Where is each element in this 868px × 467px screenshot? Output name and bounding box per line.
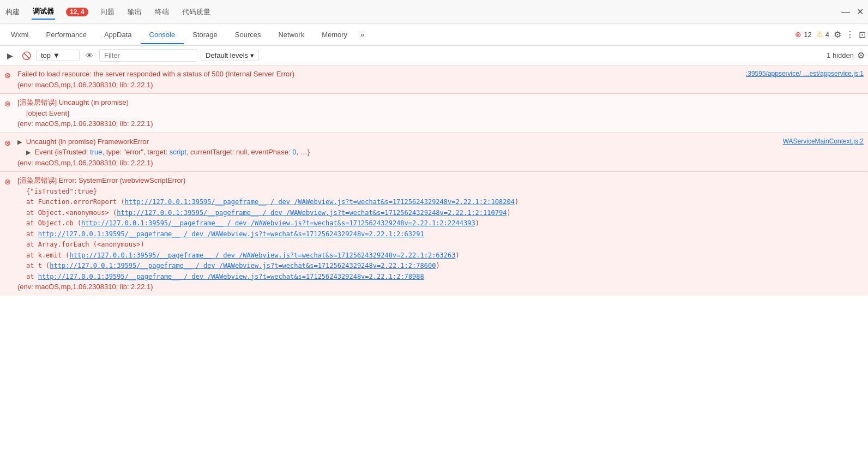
more-options-icon[interactable]: ⋮: [846, 29, 854, 40]
context-dropdown-arrow: ▼: [53, 51, 60, 59]
error-message: [渲染层错误] Uncaught (in promise): [17, 98, 129, 106]
log-entry: ⊗ ▶ Uncaught (in promise) FrameworkError…: [0, 133, 868, 172]
stack-line: at Object.<anonymous> (http://127.0.0.1:…: [26, 209, 511, 217]
console-content: ⊗ Failed to load resource: the server re…: [0, 65, 868, 467]
log-entry: ⊗ [渲染层错误] Error: SystemError (webviewScr…: [0, 172, 868, 296]
window-controls: — ✕: [841, 7, 864, 17]
tab-sources[interactable]: Sources: [226, 26, 270, 44]
console-settings-icon[interactable]: ⚙: [857, 50, 865, 61]
error-source-link[interactable]: WAServiceMainContext.js:2: [783, 136, 864, 146]
stack-link[interactable]: http://127.0.0.1:39595/__pageframe__ / d…: [69, 252, 455, 259]
log-levels-label: Default levels: [206, 51, 248, 59]
clear-button[interactable]: 🚫: [20, 49, 33, 62]
error-message: Uncaught (in promise) FrameworkError: [26, 137, 149, 146]
log-levels-selector[interactable]: Default levels ▾: [201, 50, 259, 61]
log-levels-arrow: ▾: [250, 51, 254, 59]
error-circle-icon: ⊗: [795, 30, 801, 39]
event-expand-icon[interactable]: ▶: [26, 149, 31, 155]
stack-line: at k.emit (http://127.0.0.1:39595/__page…: [26, 252, 460, 259]
settings-icon[interactable]: ⚙: [834, 29, 841, 40]
debugger-badge: 12, 4: [66, 8, 88, 16]
tab-appdata[interactable]: AppData: [95, 26, 141, 44]
stack-link[interactable]: http://127.0.0.1:39595/__pageframe__ / d…: [38, 230, 424, 238]
env-info: (env: macOS,mp,1.06.2308310; lib: 2.22.1…: [17, 119, 153, 128]
eye-button[interactable]: 👁: [83, 49, 96, 62]
toolbar-code-quality[interactable]: 代码质量: [181, 5, 212, 19]
execute-icon: ▶: [7, 51, 13, 60]
top-toolbar: 构建 调试器 12, 4 问题 输出 终端 代码质量 — ✕: [0, 0, 868, 24]
execute-button[interactable]: ▶: [3, 49, 16, 62]
hidden-count: 1 hidden: [827, 51, 854, 59]
stack-line: at t (http://127.0.0.1:39595/__pageframe…: [26, 262, 440, 270]
script-keyword: script: [170, 148, 186, 156]
console-toolbar: ▶ 🚫 top ▼ 👁 Default levels ▾ 1 hidden ⚙: [0, 46, 868, 65]
log-entry: ⊗ [渲染层错误] Uncaught (in promise) [object …: [0, 94, 868, 133]
tab-more-button[interactable]: »: [356, 28, 369, 41]
warn-count: 4: [825, 31, 829, 39]
warning-triangle-icon: ⚠: [816, 30, 823, 39]
error-count: 12: [804, 31, 811, 39]
event-detail: ▶ Event {isTrusted: true, type: "error",…: [26, 148, 310, 156]
tab-performance[interactable]: Performance: [38, 26, 95, 44]
log-entry: ⊗ Failed to load resource: the server re…: [0, 65, 868, 94]
stack-link[interactable]: http://127.0.0.1:39595/__pageframe__ / d…: [38, 273, 424, 280]
tab-right-area: ⊗ 12 ⚠ 4 ⚙ ⋮ ⊡: [795, 29, 866, 40]
stack-link[interactable]: http://127.0.0.1:39595/__pageframe__ / d…: [50, 262, 436, 270]
error-message: Failed to load resource: the server resp…: [17, 70, 294, 78]
toolbar-issues[interactable]: 问题: [99, 5, 116, 19]
stack-line: at http://127.0.0.1:39595/__pageframe__ …: [26, 273, 424, 280]
error-marker-icon: ⊗: [4, 137, 11, 149]
entry-main: Failed to load resource: the server resp…: [17, 69, 742, 90]
stack-link[interactable]: http://127.0.0.1:39595/__pageframe__ / d…: [125, 198, 515, 206]
error-source-link[interactable]: :39595/appservice/ …est/appservice.js:1: [746, 69, 864, 79]
block-icon: 🚫: [22, 51, 31, 60]
filter-input[interactable]: [99, 49, 197, 62]
eye-icon: 👁: [86, 51, 93, 60]
close-button[interactable]: ✕: [857, 7, 864, 17]
env-info: (env: macOS,mp,1.06.2308310; lib: 2.22.1…: [17, 159, 153, 167]
event-text2: , type: "error", target:: [102, 148, 169, 156]
stack-line: at Array.forEach (<anonymous>): [26, 241, 144, 248]
warn-count-badge: ⚠ 4: [816, 30, 829, 39]
entry-main: ▶ Uncaught (in promise) FrameworkError ▶…: [17, 136, 779, 169]
toolbar-output[interactable]: 输出: [126, 5, 143, 19]
toolbar-terminal[interactable]: 终端: [154, 5, 170, 19]
stack-line: at Object.cb (http://127.0.0.1:39595/__p…: [26, 219, 479, 227]
stack-line: at http://127.0.0.1:39595/__pageframe__ …: [26, 230, 424, 238]
entry-main: [渲染层错误] Uncaught (in promise) [object Ev…: [17, 97, 864, 129]
env-info: (env: macOS,mp,1.06.2308310; lib: 2.22.1…: [17, 81, 153, 89]
tab-storage[interactable]: Storage: [184, 26, 226, 44]
tab-memory[interactable]: Memory: [313, 26, 356, 44]
entry-main: [渲染层错误] Error: SystemError (webviewScrip…: [17, 175, 864, 292]
error-marker-icon: ⊗: [4, 176, 11, 188]
tab-network[interactable]: Network: [269, 26, 313, 44]
context-value: top: [41, 51, 51, 59]
event-text4: , …}: [297, 148, 310, 156]
context-selector[interactable]: top ▼: [36, 50, 80, 61]
panel-icon[interactable]: ⊡: [859, 29, 866, 40]
stack-line: at Function.errorReport (http://127.0.0.…: [26, 198, 519, 206]
toolbar-build[interactable]: 构建: [4, 5, 21, 19]
stack-link[interactable]: http://127.0.0.1:39595/__pageframe__ / d…: [117, 209, 507, 217]
sub-line: [object Event]: [26, 109, 69, 117]
error-message: [渲染层错误] Error: SystemError (webviewScrip…: [17, 176, 185, 184]
expand-arrow-icon[interactable]: ▶: [17, 139, 22, 145]
error-marker-icon: ⊗: [4, 70, 11, 81]
stack-link[interactable]: http://127.0.0.1:39595/__pageframe__ / d…: [81, 219, 475, 227]
tab-console[interactable]: Console: [141, 26, 184, 44]
error-marker-icon: ⊗: [4, 98, 11, 110]
minimize-button[interactable]: —: [841, 7, 850, 17]
stack-line: {"isTrusted":true}: [26, 188, 97, 195]
zero-keyword: 0: [292, 148, 296, 156]
tabs-bar: Wxml Performance AppData Console Storage…: [0, 24, 868, 46]
error-count-badge: ⊗ 12: [795, 30, 811, 39]
tab-wxml[interactable]: Wxml: [2, 26, 38, 44]
toolbar-debugger[interactable]: 调试器: [32, 4, 55, 20]
true-keyword: true: [90, 148, 102, 156]
env-info: (env: macOS,mp,1.06.2308310; lib: 2.22.1…: [17, 283, 153, 291]
event-text3: , currentTarget: null, eventPhase:: [186, 148, 292, 156]
event-text: Event {isTrusted:: [35, 148, 90, 156]
